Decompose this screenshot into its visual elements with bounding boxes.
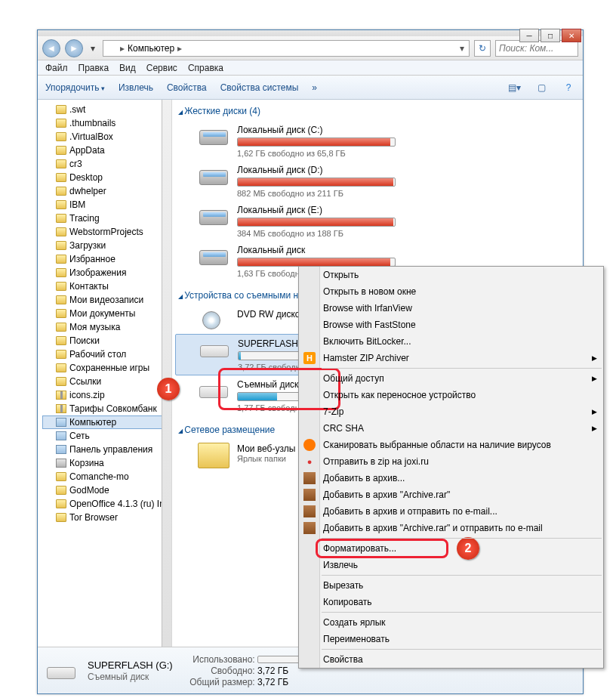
close-button[interactable]: ✕ xyxy=(562,29,581,42)
zip-icon xyxy=(56,404,66,413)
tree-item[interactable]: Контакты xyxy=(42,280,171,293)
tree-item[interactable]: Изображения xyxy=(42,266,171,280)
context-menu-item[interactable]: Извлечь xyxy=(299,557,603,573)
more-button[interactable]: » xyxy=(312,82,317,93)
context-menu-item[interactable]: Создать ярлык xyxy=(299,614,603,631)
tree-item[interactable]: Tracing xyxy=(42,212,171,225)
context-menu-item[interactable]: Включить BitLocker... xyxy=(299,333,603,350)
tree-item[interactable]: Ссылки xyxy=(42,375,171,388)
tree-item[interactable]: .thumbnails xyxy=(42,116,171,130)
context-menu-item[interactable]: Открыть в новом окне xyxy=(299,283,603,300)
context-menu-item[interactable]: Добавить в архив "Archive.rar" и отправи… xyxy=(299,520,603,536)
maximize-button[interactable]: □ xyxy=(541,29,560,42)
tree-item[interactable]: .VirtualBox xyxy=(42,130,171,144)
tree-item[interactable]: .swt xyxy=(42,103,171,116)
back-button[interactable]: ◄ xyxy=(42,39,60,57)
context-menu-label: Свойства xyxy=(323,654,363,665)
menu-file[interactable]: Файл xyxy=(45,63,68,73)
tree-item[interactable]: Корзина xyxy=(42,456,171,470)
tree-item[interactable]: Моя музыка xyxy=(42,320,171,334)
section-hdd[interactable]: Жесткие диски (4) xyxy=(175,104,580,121)
tree-item[interactable]: Рабочий стол xyxy=(42,347,171,361)
nav-tree[interactable]: .swt.thumbnails.VirtualBoxAppDatacr3Desk… xyxy=(38,100,172,647)
menu-view[interactable]: Вид xyxy=(119,63,136,73)
context-menu-item[interactable]: Форматировать... xyxy=(299,540,603,557)
context-menu-item[interactable]: Свойства xyxy=(299,651,603,668)
minimize-button[interactable]: ─ xyxy=(519,29,539,42)
forward-button[interactable]: ► xyxy=(65,39,83,57)
tree-item[interactable]: dwhelper xyxy=(42,184,171,198)
tree-item[interactable]: WebstormProjects xyxy=(42,225,171,239)
tree-item[interactable]: GodMode xyxy=(42,483,171,497)
context-menu-label: Browse with FastStone xyxy=(323,320,416,330)
context-menu-item[interactable]: Добавить в архив и отправить по e-mail..… xyxy=(299,503,603,520)
bin-icon xyxy=(56,459,66,468)
breadcrumb-computer[interactable]: Компьютер xyxy=(128,43,174,54)
menu-help[interactable]: Справка xyxy=(188,63,223,73)
context-menu-item[interactable]: Переименовать xyxy=(299,631,603,647)
fold-icon xyxy=(56,241,66,250)
preview-pane-icon[interactable]: ▢ xyxy=(534,81,548,94)
context-menu-item[interactable]: Browse with FastStone xyxy=(299,317,603,333)
tree-item[interactable]: cr3 xyxy=(42,157,171,171)
context-menu-item[interactable]: Добавить в архив... xyxy=(299,470,603,486)
properties-button[interactable]: Свойства xyxy=(167,82,207,93)
context-menu-label: Создать ярлык xyxy=(323,617,386,628)
tree-item[interactable]: AppData xyxy=(42,144,171,157)
context-menu-item[interactable]: Общий доступ▶ xyxy=(299,370,603,387)
tree-item[interactable]: Мои документы xyxy=(42,307,171,320)
tree-item[interactable]: Desktop xyxy=(42,171,171,184)
drive-d[interactable]: Локальный диск (D:)882 МБ свободно из 21… xyxy=(175,161,580,201)
tree-item[interactable]: icons.zip xyxy=(42,388,171,402)
history-dropdown[interactable]: ▾ xyxy=(88,42,98,55)
tree-item[interactable]: Сеть xyxy=(42,429,171,443)
tree-label: Загрузки xyxy=(69,240,106,251)
tree-item[interactable]: Comanche-mo xyxy=(42,470,171,483)
context-menu-item[interactable]: Открыть xyxy=(299,267,603,283)
breadcrumb[interactable]: ▸ Компьютер ▸ ▾ xyxy=(103,40,470,57)
tree-item[interactable]: Поиски xyxy=(42,334,171,347)
context-menu-item[interactable]: ●Отправить в zip на joxi.ru xyxy=(299,453,603,470)
help-icon[interactable]: ? xyxy=(562,81,575,94)
system-properties-button[interactable]: Свойства системы xyxy=(220,82,299,93)
tree-label: icons.zip xyxy=(69,390,105,400)
eject-button[interactable]: Извлечь xyxy=(119,82,153,93)
fold-icon xyxy=(56,350,66,359)
hz-icon: H xyxy=(303,352,316,364)
menu-tools[interactable]: Сервис xyxy=(146,63,177,73)
tree-item[interactable]: Панель управления xyxy=(42,443,171,456)
organize-button[interactable]: Упорядочить xyxy=(45,82,105,93)
tree-item[interactable]: Избранное xyxy=(42,252,171,266)
context-menu-item[interactable]: Вырезать xyxy=(299,577,603,594)
drive-c[interactable]: Локальный диск (C:)1,62 ГБ свободно из 6… xyxy=(175,121,580,161)
tree-item[interactable]: Загрузки xyxy=(42,239,171,252)
context-menu-item[interactable]: Добавить в архив "Archive.rar" xyxy=(299,486,603,503)
tree-item[interactable]: Компьютер xyxy=(42,415,171,429)
drive-e[interactable]: Локальный диск (E:)384 МБ свободно из 18… xyxy=(175,201,580,241)
context-menu-item[interactable]: Копировать xyxy=(299,594,603,610)
context-menu-item[interactable]: Сканировать выбранные области на наличие… xyxy=(299,437,603,453)
tree-item[interactable]: Мои видеозаписи xyxy=(42,293,171,307)
context-menu-item[interactable]: 7-Zip▶ xyxy=(299,403,603,420)
tree-label: Корзина xyxy=(69,458,104,468)
tree-label: Сеть xyxy=(69,431,90,441)
tree-label: GodMode xyxy=(69,485,109,496)
context-menu-item[interactable]: Открыть как переносное устройство xyxy=(299,387,603,403)
tree-item[interactable]: IBM xyxy=(42,198,171,212)
tree-item[interactable]: Тарифы Совкомбанк xyxy=(42,402,171,415)
context-menu-label: Копировать xyxy=(323,597,372,607)
submenu-arrow-icon: ▶ xyxy=(592,425,597,432)
tree-label: Панель управления xyxy=(69,444,152,455)
view-mode-icon[interactable]: ▤▾ xyxy=(507,81,521,94)
menu-edit[interactable]: Правка xyxy=(79,63,109,73)
refresh-button[interactable]: ↻ xyxy=(474,40,491,57)
tree-label: Рабочий стол xyxy=(69,349,126,360)
context-menu-item[interactable]: HHamster ZIP Archiver▶ xyxy=(299,350,603,366)
tree-label: IBM xyxy=(69,199,85,210)
context-menu-item[interactable]: CRC SHA▶ xyxy=(299,420,603,437)
tree-item[interactable]: Сохраненные игры xyxy=(42,361,171,375)
context-menu-item[interactable]: Browse with IrfanView xyxy=(299,300,603,317)
tree-item[interactable]: OpenOffice 4.1.3 (ru) In xyxy=(42,497,171,511)
tree-item[interactable]: Tor Browser xyxy=(42,511,171,524)
toolbar: Упорядочить Извлечь Свойства Свойства си… xyxy=(38,76,583,100)
